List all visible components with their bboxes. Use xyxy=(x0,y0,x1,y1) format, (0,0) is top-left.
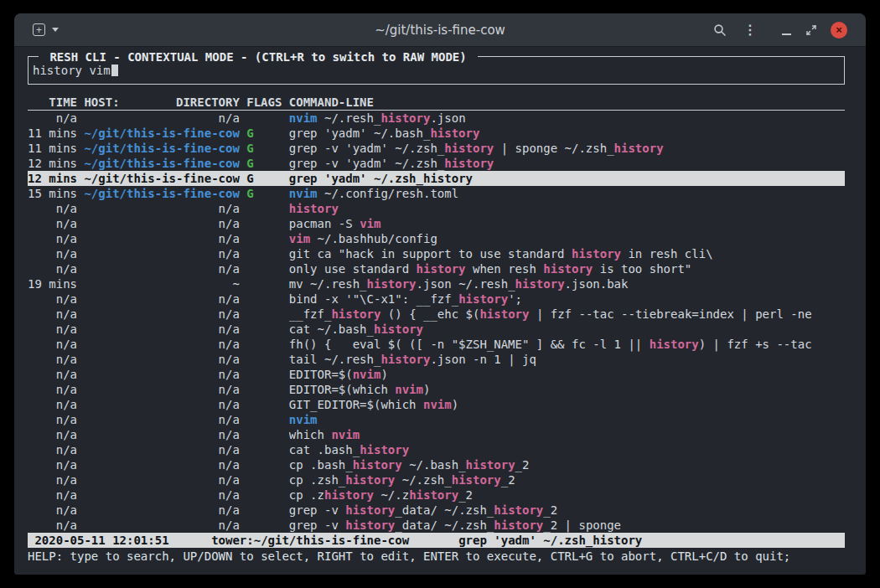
row-time: 15 mins xyxy=(28,186,77,201)
row-flags: G xyxy=(246,171,282,186)
history-row[interactable]: n/an/abind -x '"\C-x1": __fzf_history'; xyxy=(28,291,845,307)
row-flags xyxy=(246,352,282,367)
row-directory: ~/git/this-is-fine-cow xyxy=(84,141,239,156)
history-row[interactable]: n/an/aEDITOR=$(which nvim) xyxy=(28,382,845,397)
history-list: n/an/anvim ~/.resh_history.json11 mins~/… xyxy=(28,111,845,533)
history-row[interactable]: 15 mins~/git/this-is-fine-cowGnvim ~/.co… xyxy=(28,186,845,201)
row-directory: n/a xyxy=(84,472,239,487)
close-button[interactable]: × xyxy=(831,22,847,39)
row-command: vim ~/.bashhub/config xyxy=(289,231,845,246)
row-directory: n/a xyxy=(84,487,239,503)
row-command: bind -x '"\C-x1": __fzf_history'; xyxy=(289,291,845,307)
minimize-button[interactable] xyxy=(780,22,792,39)
row-directory: n/a xyxy=(84,216,239,231)
history-row[interactable]: 19 mins~mv ~/.resh_history.json ~/.resh_… xyxy=(28,276,845,291)
history-row[interactable]: n/an/aEDITOR=$(nvim) xyxy=(28,367,845,382)
row-directory: n/a xyxy=(84,337,239,352)
new-tab-button[interactable]: + xyxy=(33,23,59,36)
row-command: grep 'yadm' ~/.bash_history xyxy=(289,126,845,141)
row-flags xyxy=(246,427,282,442)
row-command: cat .bash_history xyxy=(289,442,845,457)
row-flags xyxy=(246,337,282,352)
row-flags xyxy=(246,307,282,322)
row-time: 12 mins xyxy=(28,156,77,171)
history-row[interactable]: 12 mins~/git/this-is-fine-cowGgrep -v 'y… xyxy=(28,156,845,171)
status-location: tower:~/git/this-is-fine-cow xyxy=(211,534,409,547)
row-time: n/a xyxy=(28,487,77,503)
row-command: fh() { eval $( ([ -n "$ZSH_NAME" ] && fc… xyxy=(289,337,845,352)
row-directory: n/a xyxy=(84,427,239,442)
row-directory: n/a xyxy=(84,518,239,533)
history-row[interactable]: n/an/agrep -v history_data/ ~/.zsh_histo… xyxy=(28,518,845,533)
history-row[interactable]: n/an/atail ~/.resh_history.json -n 1 | j… xyxy=(28,352,845,367)
row-flags xyxy=(246,276,282,291)
history-row[interactable]: n/an/acp .zhistory ~/.zhistory_2 xyxy=(28,487,845,503)
row-flags xyxy=(246,442,282,457)
search-button[interactable] xyxy=(713,23,727,37)
row-time: n/a xyxy=(28,216,77,231)
row-command: tail ~/.resh_history.json -n 1 | jq xyxy=(289,352,845,367)
history-row[interactable]: n/an/anvim ~/.resh_history.json xyxy=(28,111,845,126)
history-row[interactable]: n/an/a__fzf_history () { __ehc $(history… xyxy=(28,307,845,322)
row-time: n/a xyxy=(28,322,77,337)
row-time: 12 mins xyxy=(28,171,77,186)
row-time: n/a xyxy=(28,337,77,352)
history-row[interactable]: 11 mins~/git/this-is-fine-cowGgrep 'yadm… xyxy=(28,126,845,141)
history-row[interactable]: n/an/avim ~/.bashhub/config xyxy=(28,231,845,246)
history-row[interactable]: n/an/aonly use standard history when res… xyxy=(28,261,845,276)
row-command: grep -v 'yadm' ~/.zsh_history | sponge ~… xyxy=(289,141,845,156)
history-row[interactable]: n/an/ahistory xyxy=(28,201,845,216)
history-row[interactable]: n/an/agit ca "hack in support to use sta… xyxy=(28,246,845,261)
history-row-selected[interactable]: 12 mins~/git/this-is-fine-cowGgrep 'yadm… xyxy=(28,171,845,186)
row-time: n/a xyxy=(28,231,77,246)
row-command: EDITOR=$(which nvim) xyxy=(289,382,845,397)
row-command: which nvim xyxy=(289,427,845,442)
row-flags xyxy=(246,261,282,276)
row-command: grep -v history_data/ ~/.zsh_history_2 xyxy=(289,503,845,518)
history-row[interactable]: n/an/agrep -v history_data/ ~/.zsh_histo… xyxy=(28,503,845,518)
row-time: n/a xyxy=(28,352,77,367)
restore-button[interactable] xyxy=(805,24,817,36)
row-command: nvim ~/.resh_history.json xyxy=(289,111,845,126)
row-directory: n/a xyxy=(84,307,239,322)
row-flags: G xyxy=(246,126,282,141)
history-row[interactable]: n/an/anvim xyxy=(28,412,845,427)
row-command: cp .zsh_history ~/.zsh_history_2 xyxy=(289,472,845,487)
row-directory: n/a xyxy=(84,231,239,246)
menu-button[interactable]: ⋮ xyxy=(743,23,757,37)
row-command: history xyxy=(289,201,845,216)
row-time: n/a xyxy=(28,442,77,457)
titlebar[interactable]: + ~/git/this-is-fine-cow ⋮ xyxy=(14,13,866,47)
history-row[interactable]: n/an/acat .bash_history xyxy=(28,442,845,457)
row-command: only use standard history when resh hist… xyxy=(289,261,845,276)
history-row[interactable]: n/an/awhich nvim xyxy=(28,427,845,442)
header-host: HOST: xyxy=(84,95,119,110)
history-row[interactable]: n/an/aGIT_EDITOR=$(which nvim) xyxy=(28,397,845,412)
row-command: grep 'yadm' ~/.zsh_history xyxy=(289,171,845,186)
row-flags xyxy=(246,457,282,472)
row-flags xyxy=(246,472,282,487)
row-flags xyxy=(246,231,282,246)
row-flags xyxy=(246,397,282,412)
search-panel: RESH CLI - CONTEXTUAL MODE - (CTRL+R to … xyxy=(28,56,845,85)
row-directory: n/a xyxy=(84,457,239,472)
history-row[interactable]: 11 mins~/git/this-is-fine-cowGgrep -v 'y… xyxy=(28,141,845,156)
mode-label: RESH CLI - CONTEXTUAL MODE - (CTRL+R to … xyxy=(39,49,478,64)
header-flags: FLAGS xyxy=(246,95,282,110)
row-directory: n/a xyxy=(84,322,239,337)
row-flags: G xyxy=(246,186,282,201)
row-time: n/a xyxy=(28,412,77,427)
history-row[interactable]: n/an/apacman -S vim xyxy=(28,216,845,231)
history-row[interactable]: n/an/acp .bash_history ~/.bash_history_2 xyxy=(28,457,845,472)
header-command: COMMAND-LINE xyxy=(289,95,845,110)
row-time: n/a xyxy=(28,246,77,261)
row-directory: n/a xyxy=(84,412,239,427)
row-time: n/a xyxy=(28,503,77,518)
row-time: n/a xyxy=(28,201,77,216)
status-bar: 2020-05-11 12:01:51tower:~/git/this-is-f… xyxy=(28,533,845,548)
row-flags xyxy=(246,487,282,503)
history-row[interactable]: n/an/acp .zsh_history ~/.zsh_history_2 xyxy=(28,472,845,487)
history-row[interactable]: n/an/acat ~/.bash_history xyxy=(28,322,845,337)
history-row[interactable]: n/an/afh() { eval $( ([ -n "$ZSH_NAME" ]… xyxy=(28,337,845,352)
header-host-directory: HOST: DIRECTORY xyxy=(84,95,239,110)
